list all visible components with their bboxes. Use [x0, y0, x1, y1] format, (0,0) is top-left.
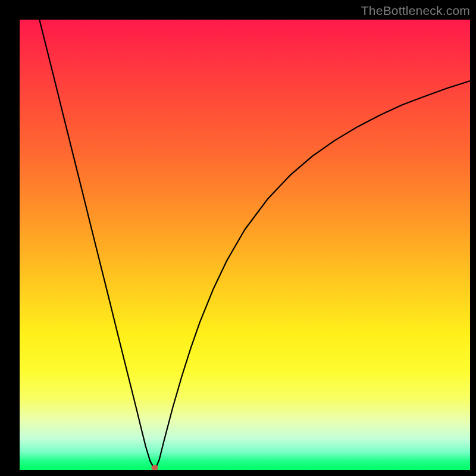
watermark-text: TheBottleneck.com	[361, 4, 470, 18]
chart-frame: TheBottleneck.com	[0, 0, 476, 476]
curve-minimum-marker	[152, 465, 158, 470]
chart-plot-area	[20, 20, 470, 470]
bottleneck-curve	[20, 20, 470, 470]
